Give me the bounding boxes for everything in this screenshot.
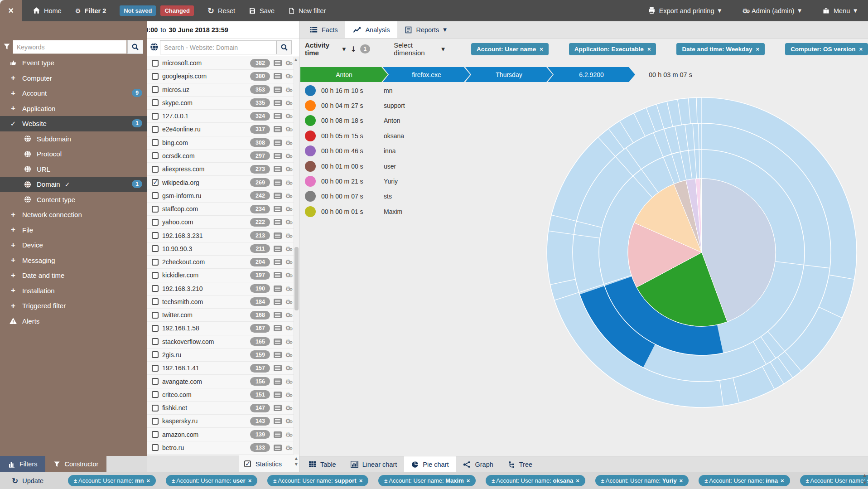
legend-color-dot[interactable]	[305, 191, 316, 202]
breadcrumb-segment[interactable]: 6.2.9200	[548, 67, 635, 82]
domain-row[interactable]: micros.uz353⚙⚙	[147, 83, 294, 97]
settings-gears-icon[interactable]: ⚙⚙	[285, 285, 291, 292]
tab-facts[interactable]: Facts	[302, 21, 345, 38]
dimension-chip[interactable]: Account: User name×	[471, 43, 549, 55]
facts-list-icon[interactable]	[274, 126, 282, 132]
sunburst-pie-chart[interactable]	[543, 94, 860, 411]
settings-gears-icon[interactable]: ⚙⚙	[285, 298, 291, 305]
facts-list-icon[interactable]	[274, 418, 282, 424]
facts-list-icon[interactable]	[274, 100, 282, 106]
close-button[interactable]: ×	[8, 5, 14, 16]
tab-analysis[interactable]: Analysis	[345, 21, 397, 38]
sidebar-item-domain[interactable]: Domain✓1	[0, 177, 147, 192]
close-icon[interactable]: ×	[647, 46, 651, 53]
update-button[interactable]: ↻ Update	[12, 476, 43, 485]
domain-checkbox[interactable]	[152, 298, 159, 305]
view-tab-linear-chart[interactable]: Linear chart	[343, 456, 405, 472]
facts-list-icon[interactable]	[274, 339, 282, 345]
close-icon[interactable]: ×	[248, 477, 252, 484]
sidebar-item-website[interactable]: ✓Website1	[0, 116, 147, 131]
domain-row[interactable]: avangate.com156⚙⚙	[147, 375, 294, 388]
sidebar-item-triggered-filter[interactable]: +Triggered filter	[0, 298, 147, 314]
facts-list-icon[interactable]	[274, 166, 282, 172]
facts-list-icon[interactable]	[274, 352, 282, 358]
keywords-input[interactable]	[13, 40, 127, 54]
facts-list-icon[interactable]	[274, 378, 282, 385]
legend-color-dot[interactable]	[305, 145, 316, 156]
domain-row[interactable]: yahoo.com222⚙⚙	[147, 216, 294, 229]
sidebar-item-event-type[interactable]: Event type	[0, 55, 147, 71]
facts-list-icon[interactable]	[274, 272, 282, 278]
sidebar-item-protocol[interactable]: Protocol	[0, 146, 147, 162]
settings-gears-icon[interactable]: ⚙⚙	[285, 311, 291, 319]
facts-list-icon[interactable]	[274, 206, 282, 212]
sidebar-item-subdomain[interactable]: Subdomain	[0, 131, 147, 147]
account-filter-chip[interactable]: ± Account: User name: sts×	[800, 475, 868, 486]
sidebar-item-date-and-time[interactable]: +Date and time	[0, 268, 147, 283]
settings-gears-icon[interactable]: ⚙⚙	[285, 179, 291, 186]
domain-row[interactable]: 2gis.ru159⚙⚙	[147, 349, 294, 362]
breadcrumb-segment[interactable]: Anton	[300, 67, 388, 82]
domain-row[interactable]: e2e4online.ru317⚙⚙	[147, 123, 294, 136]
close-icon[interactable]: ×	[680, 477, 683, 484]
settings-gears-icon[interactable]: ⚙⚙	[285, 86, 291, 93]
keywords-search-button[interactable]	[127, 40, 143, 54]
domain-checkbox[interactable]	[152, 444, 159, 451]
domain-row[interactable]: 192.168.3.231213⚙⚙	[147, 229, 294, 242]
domain-checkbox[interactable]	[152, 325, 159, 332]
sidebar-item-computer[interactable]: +Computer	[0, 71, 147, 86]
domain-checkbox[interactable]	[152, 391, 159, 398]
facts-list-icon[interactable]	[274, 87, 282, 93]
domain-checkbox[interactable]	[152, 126, 159, 133]
account-filter-chip[interactable]: ± Account: User name: user×	[166, 475, 257, 486]
close-icon[interactable]: ×	[756, 46, 760, 53]
scrollbar-thumb[interactable]	[294, 247, 299, 310]
domain-checkbox[interactable]	[152, 418, 159, 425]
legend-color-dot[interactable]	[305, 131, 316, 141]
close-icon[interactable]: ×	[147, 477, 150, 484]
sidebar-item-alerts[interactable]: Alerts	[0, 314, 147, 329]
settings-gears-icon[interactable]: ⚙⚙	[285, 112, 291, 120]
legend-color-dot[interactable]	[305, 161, 316, 172]
statistics-checkbox[interactable]	[244, 460, 251, 467]
domain-row[interactable]: googleapis.com380⚙⚙	[147, 70, 294, 83]
legend-color-dot[interactable]	[305, 206, 316, 217]
account-filter-chip[interactable]: ± Account: User name: support×	[267, 475, 368, 486]
domain-checkbox[interactable]	[152, 378, 159, 385]
facts-list-icon[interactable]	[274, 392, 282, 398]
settings-gears-icon[interactable]: ⚙⚙	[285, 192, 291, 199]
sidebar-item-url[interactable]: URL	[0, 162, 147, 177]
legend-color-dot[interactable]	[305, 176, 316, 187]
sidebar-item-content-type[interactable]: Content type	[0, 192, 147, 208]
domain-checkbox[interactable]	[152, 232, 159, 239]
domain-row[interactable]: wikipedia.org269⚙⚙	[147, 176, 294, 189]
domain-row[interactable]: 127.0.0.1324⚙⚙	[147, 110, 294, 123]
domain-checkbox[interactable]	[152, 285, 159, 292]
domain-row[interactable]: amazon.com139⚙⚙	[147, 428, 294, 441]
sidebar-item-account[interactable]: +Account9	[0, 86, 147, 101]
tab-reports[interactable]: Reports▼	[397, 21, 454, 38]
domain-row[interactable]: criteo.com151⚙⚙	[147, 388, 294, 402]
settings-gears-icon[interactable]: ⚙⚙	[285, 258, 291, 266]
domain-checkbox[interactable]	[152, 113, 159, 120]
settings-gears-icon[interactable]: ⚙⚙	[285, 391, 291, 398]
domain-checkbox[interactable]	[152, 99, 159, 106]
domain-row[interactable]: ocrsdk.com297⚙⚙	[147, 150, 294, 163]
facts-list-icon[interactable]	[274, 246, 282, 252]
facts-list-icon[interactable]	[274, 299, 282, 305]
sidebar-item-device[interactable]: +Device	[0, 237, 147, 253]
domain-checkbox[interactable]	[152, 86, 159, 93]
domain-search-input[interactable]	[160, 40, 276, 54]
dimension-chip[interactable]: Computer: OS version×	[785, 43, 868, 55]
reset-button[interactable]: ↻ Reset	[207, 6, 235, 15]
domain-checkbox[interactable]	[152, 365, 159, 372]
sidebar-item-file[interactable]: +File	[0, 223, 147, 238]
close-icon[interactable]: ×	[859, 46, 863, 53]
new-filter-button[interactable]: New filter	[288, 7, 326, 15]
settings-gears-icon[interactable]: ⚙⚙	[285, 378, 291, 385]
account-filter-chip[interactable]: ± Account: User name: Maxim×	[378, 475, 476, 486]
domain-checkbox[interactable]	[152, 351, 159, 358]
scroll-up-icon[interactable]: ▲	[294, 58, 297, 62]
domain-row[interactable]: staffcop.com234⚙⚙	[147, 203, 294, 216]
domain-checkbox[interactable]	[152, 245, 159, 252]
